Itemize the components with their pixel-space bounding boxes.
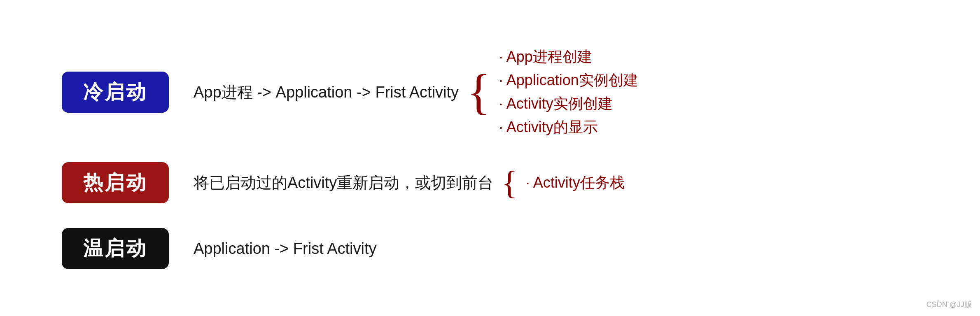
watermark: CSDN @JJ贩 bbox=[926, 300, 972, 309]
cold-start-badge: 冷启动 bbox=[62, 72, 169, 113]
hot-bullet-1: · Activity任务栈 bbox=[526, 173, 625, 193]
warm-start-content: Application -> Frist Activity bbox=[194, 240, 918, 258]
hot-start-row: 热启动 将已启动过的Activity重新启动，或切到前台 { · Activit… bbox=[62, 162, 918, 203]
hot-start-label: 热启动 bbox=[83, 170, 147, 196]
warm-start-badge: 温启动 bbox=[62, 228, 169, 269]
warm-start-label: 温启动 bbox=[83, 235, 147, 262]
hot-start-bullets: · Activity任务栈 bbox=[526, 173, 625, 193]
warm-start-row: 温启动 Application -> Frist Activity bbox=[62, 228, 918, 269]
cold-start-brace: { bbox=[467, 67, 491, 117]
cold-bullet-1: · App进程创建 bbox=[499, 47, 638, 67]
cold-start-bullets: · App进程创建 · Application实例创建 · Activity实例… bbox=[499, 47, 638, 137]
cold-bullet-4: · Activity的显示 bbox=[499, 117, 638, 137]
cold-start-description: App进程 -> Application -> Frist Activity bbox=[194, 82, 459, 103]
hot-start-description: 将已启动过的Activity重新启动，或切到前台 bbox=[194, 172, 493, 193]
cold-start-brace-block: { · App进程创建 · Application实例创建 · Activity… bbox=[467, 47, 638, 137]
hot-start-content: 将已启动过的Activity重新启动，或切到前台 { · Activity任务栈 bbox=[194, 166, 918, 199]
cold-bullet-2: · Application实例创建 bbox=[499, 70, 638, 91]
cold-start-content: App进程 -> Application -> Frist Activity {… bbox=[194, 47, 918, 137]
cold-start-row: 冷启动 App进程 -> Application -> Frist Activi… bbox=[62, 47, 918, 137]
hot-start-brace: { bbox=[502, 166, 517, 199]
cold-start-label: 冷启动 bbox=[83, 79, 147, 105]
cold-bullet-3: · Activity实例创建 bbox=[499, 94, 638, 114]
hot-start-brace-block: { · Activity任务栈 bbox=[502, 166, 624, 199]
warm-start-description: Application -> Frist Activity bbox=[194, 240, 377, 258]
main-container: 冷启动 App进程 -> Application -> Frist Activi… bbox=[37, 30, 943, 286]
hot-start-badge: 热启动 bbox=[62, 162, 169, 203]
